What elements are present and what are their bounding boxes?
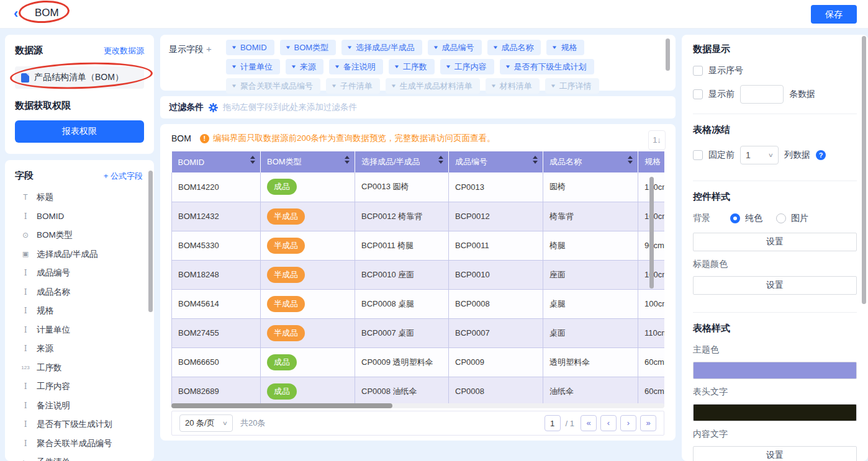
image-label[interactable]: 图片 bbox=[791, 213, 808, 224]
table-horizontal-scrollbar[interactable] bbox=[171, 403, 392, 408]
display-field-chip[interactable]: ▼来源 bbox=[286, 59, 323, 74]
field-item[interactable]: I计量单位 bbox=[15, 321, 148, 340]
display-field-chip[interactable]: ▼是否有下级生成计划 bbox=[500, 59, 594, 74]
field-item[interactable]: T标题 bbox=[15, 188, 148, 207]
display-field-chip-label: 选择成品/半成品 bbox=[356, 42, 415, 53]
preview-warning: ! 编辑界面只取数据源前200条作为查询数据预览，完整数据请访问页面查看。 bbox=[200, 133, 495, 144]
sort-icon[interactable] bbox=[438, 156, 443, 164]
display-field-chip[interactable]: ▼生成半成品材料清单 bbox=[386, 78, 480, 94]
cell-bom-type: 半成品 bbox=[261, 231, 355, 260]
display-field-chip[interactable]: ▼备注说明 bbox=[329, 59, 383, 74]
prev-page-button[interactable]: ‹ bbox=[600, 415, 617, 431]
display-field-chip[interactable]: ▼计量单位 bbox=[226, 59, 280, 74]
field-item[interactable]: I来源 bbox=[15, 339, 148, 359]
chevron-down-icon: ▼ bbox=[331, 83, 337, 89]
change-datasource-link[interactable]: 更改数据源 bbox=[104, 45, 144, 56]
add-display-field-icon[interactable]: + bbox=[206, 43, 212, 54]
fields-scrollbar[interactable] bbox=[148, 171, 153, 312]
fix-columns-value: 1 bbox=[746, 150, 751, 160]
sort-icon[interactable] bbox=[533, 156, 538, 164]
solid-color-radio[interactable] bbox=[730, 213, 740, 223]
field-item[interactable]: I成品名称 bbox=[15, 283, 148, 302]
text-icon: I bbox=[20, 420, 31, 429]
sort-icon[interactable] bbox=[628, 156, 633, 164]
bom-table: BOMIDBOM类型选择成品/半成品成品编号成品名称规格 BOM14220成品C… bbox=[171, 151, 664, 408]
display-field-chip[interactable]: ▼成品编号 bbox=[428, 40, 482, 55]
display-field-chip[interactable]: ▼聚合关联半成品编号 bbox=[226, 78, 320, 94]
field-item-label: 选择成品/半成品 bbox=[37, 249, 97, 260]
show-first-checkbox[interactable] bbox=[693, 89, 703, 99]
next-page-button[interactable]: › bbox=[620, 415, 636, 431]
display-field-chip[interactable]: ▼工序数 bbox=[389, 59, 435, 74]
gear-icon[interactable] bbox=[209, 103, 218, 112]
column-header[interactable]: 成品编号 bbox=[449, 151, 543, 172]
column-header[interactable]: 规格 bbox=[638, 151, 665, 172]
settings-scrollbar[interactable] bbox=[862, 36, 866, 304]
back-icon[interactable]: ‹ bbox=[14, 6, 18, 22]
display-field-chip[interactable]: ▼工序详情 bbox=[545, 78, 599, 94]
background-set-button[interactable]: 设置 bbox=[693, 233, 857, 251]
image-radio[interactable] bbox=[776, 213, 786, 223]
first-page-button[interactable]: « bbox=[581, 415, 597, 431]
sort-up-icon bbox=[345, 156, 350, 159]
display-field-chip[interactable]: ▼工序内容 bbox=[440, 59, 494, 74]
display-field-chip[interactable]: ▼子件清单 bbox=[326, 78, 380, 94]
field-item[interactable]: ▣选择成品/半成品 bbox=[15, 245, 148, 264]
field-item[interactable]: I成品编号 bbox=[15, 264, 148, 283]
add-formula-field-link[interactable]: + 公式字段 bbox=[104, 171, 143, 182]
show-first-suffix: 条数据 bbox=[789, 89, 815, 100]
fix-columns-checkbox[interactable] bbox=[693, 150, 703, 160]
field-item[interactable]: I工序内容 bbox=[15, 377, 148, 396]
display-field-chip-label: 材料清单 bbox=[500, 81, 532, 92]
column-header[interactable]: BOM类型 bbox=[261, 151, 355, 172]
widget-style-heading: 控件样式 bbox=[693, 191, 857, 203]
field-item[interactable]: I规格 bbox=[15, 302, 148, 321]
sort-icon[interactable] bbox=[345, 156, 350, 164]
table-row: BOM45330半成品BCP0011 椅腿BCP0011椅腿90cm*9 bbox=[172, 231, 665, 260]
show-index-checkbox[interactable] bbox=[693, 66, 703, 76]
field-item[interactable]: ⊙BOM类型 bbox=[15, 226, 148, 245]
show-first-count-input[interactable] bbox=[740, 85, 784, 104]
column-header[interactable]: BOMID bbox=[172, 151, 261, 172]
field-item[interactable]: I备注说明 bbox=[15, 396, 148, 416]
theme-color-swatch[interactable] bbox=[693, 362, 857, 379]
sort-icon[interactable] bbox=[250, 156, 255, 164]
display-fields-scrollbar[interactable] bbox=[666, 38, 670, 71]
report-permission-button[interactable]: 报表权限 bbox=[15, 120, 144, 143]
header-text-color-swatch[interactable] bbox=[693, 404, 857, 421]
display-field-chip[interactable]: ▼BOMID bbox=[226, 40, 274, 55]
fix-columns-select[interactable]: 1 ∨ bbox=[740, 146, 779, 164]
display-field-chip-label: 是否有下级生成计划 bbox=[514, 61, 587, 73]
page-number-input[interactable] bbox=[545, 415, 561, 431]
cell-product-name: 油纸伞 bbox=[543, 377, 638, 406]
permission-heading: 数据获取权限 bbox=[15, 100, 144, 112]
field-item[interactable]: 123工序数 bbox=[15, 359, 148, 378]
solid-color-label[interactable]: 纯色 bbox=[745, 213, 762, 224]
filter-bar[interactable]: 过滤条件 拖动左侧字段到此处来添加过滤条件 bbox=[160, 96, 676, 119]
help-icon[interactable]: ? bbox=[816, 150, 826, 160]
column-header[interactable]: 成品名称 bbox=[543, 151, 638, 172]
divider bbox=[693, 114, 857, 114]
field-item[interactable]: ▶子件清单 bbox=[15, 453, 148, 461]
display-field-chip[interactable]: ▼BOM类型 bbox=[280, 40, 337, 55]
display-field-chip[interactable]: ▼成品名称 bbox=[487, 40, 541, 55]
page-size-select[interactable]: 20 条/页 ∨ bbox=[179, 414, 233, 432]
table-row: BOM14220成品CP0013 圆椅CP0013圆椅120cm* bbox=[172, 172, 665, 202]
save-button[interactable]: 保存 bbox=[811, 5, 857, 24]
field-item-label: BOMID bbox=[37, 212, 64, 221]
field-item[interactable]: IBOMID bbox=[15, 207, 148, 226]
select-icon: ▣ bbox=[20, 250, 31, 258]
field-item[interactable]: I是否有下级生成计划 bbox=[15, 415, 148, 434]
sort-order-button[interactable]: 1↓ bbox=[648, 130, 666, 150]
display-field-chip[interactable]: ▼选择成品/半成品 bbox=[341, 40, 422, 55]
field-item[interactable]: I聚合关联半成品编号 bbox=[15, 434, 148, 454]
datasource-item[interactable]: 产品结构清单（BOM） bbox=[15, 66, 144, 89]
table-vertical-scrollbar[interactable] bbox=[649, 177, 654, 289]
last-page-button[interactable]: » bbox=[640, 415, 656, 431]
text-icon: I bbox=[20, 212, 31, 221]
display-field-chip[interactable]: ▼规格 bbox=[546, 40, 584, 55]
display-field-chip[interactable]: ▼材料清单 bbox=[486, 78, 540, 94]
content-text-set-button[interactable]: 设置 bbox=[693, 446, 857, 461]
column-header[interactable]: 选择成品/半成品 bbox=[355, 151, 449, 172]
title-color-set-button[interactable]: 设置 bbox=[693, 276, 857, 295]
